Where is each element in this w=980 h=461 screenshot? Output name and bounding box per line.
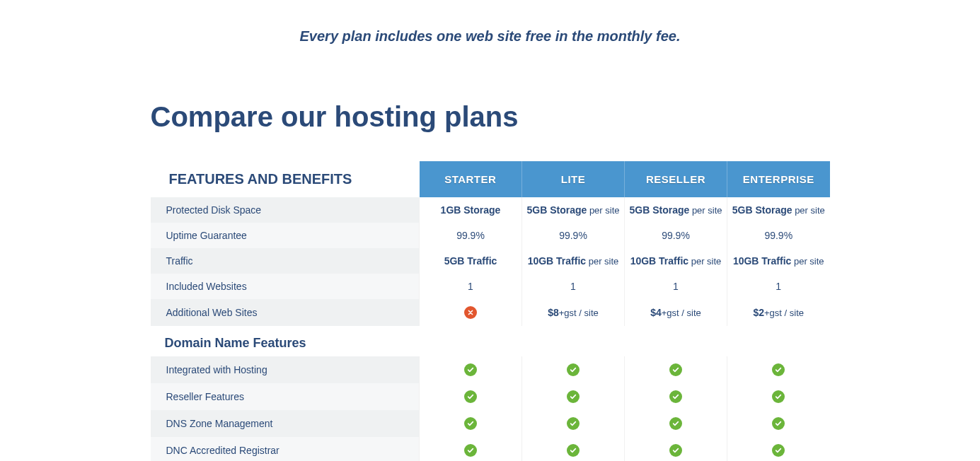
feature-value: 10GB Traffic per site bbox=[727, 248, 830, 274]
features-header: FEATURES AND BENEFITS bbox=[151, 161, 420, 197]
check-icon bbox=[464, 417, 477, 430]
check-icon bbox=[464, 363, 477, 376]
feature-label: Integrated with Hosting bbox=[151, 356, 420, 383]
feature-value: 1 bbox=[727, 274, 830, 299]
check-icon bbox=[464, 390, 477, 403]
feature-value: 5GB Storage per site bbox=[522, 197, 625, 223]
feature-label: Reseller Features bbox=[151, 383, 420, 410]
feature-value: 99.9% bbox=[522, 223, 625, 248]
table-row: DNC Accredited Registrar bbox=[151, 437, 830, 461]
feature-value: 10GB Traffic per site bbox=[625, 248, 727, 274]
feature-value bbox=[625, 383, 727, 410]
plan-header-lite: LITE bbox=[522, 161, 625, 197]
feature-value bbox=[522, 410, 625, 437]
feature-value bbox=[727, 383, 830, 410]
table-row: Integrated with Hosting bbox=[151, 356, 830, 383]
table-row: Additional Web Sites$8+gst / site$4+gst … bbox=[151, 299, 830, 326]
table-row: Uptime Guarantee99.9%99.9%99.9%99.9% bbox=[151, 223, 830, 248]
feature-value: $8+gst / site bbox=[522, 299, 625, 326]
check-icon bbox=[669, 417, 682, 430]
feature-label: Traffic bbox=[151, 248, 420, 274]
feature-value bbox=[420, 410, 522, 437]
feature-value bbox=[727, 410, 830, 437]
check-icon bbox=[772, 390, 785, 403]
feature-value bbox=[625, 437, 727, 461]
check-icon bbox=[669, 390, 682, 403]
check-icon bbox=[669, 363, 682, 376]
feature-value bbox=[420, 383, 522, 410]
page-title: Compare our hosting plans bbox=[151, 101, 830, 133]
feature-label: Included Websites bbox=[151, 274, 420, 299]
plan-header-enterprise: ENTERPRISE bbox=[727, 161, 830, 197]
section-title-domain: Domain Name Features bbox=[151, 326, 830, 356]
table-row: Protected Disk Space1GB Storage5GB Stora… bbox=[151, 197, 830, 223]
feature-value: 1 bbox=[420, 274, 522, 299]
check-icon bbox=[567, 390, 580, 403]
feature-value: 1 bbox=[625, 274, 727, 299]
check-icon bbox=[464, 444, 477, 457]
check-icon bbox=[772, 444, 785, 457]
feature-value: 1GB Storage bbox=[420, 197, 522, 223]
feature-value: 99.9% bbox=[625, 223, 727, 248]
check-icon bbox=[669, 444, 682, 457]
feature-value: 5GB Traffic bbox=[420, 248, 522, 274]
check-icon bbox=[567, 417, 580, 430]
feature-value bbox=[522, 383, 625, 410]
feature-value: 5GB Storage per site bbox=[727, 197, 830, 223]
feature-value bbox=[420, 299, 522, 326]
feature-value bbox=[727, 356, 830, 383]
feature-value: 10GB Traffic per site bbox=[522, 248, 625, 274]
feature-value bbox=[420, 437, 522, 461]
feature-value bbox=[522, 356, 625, 383]
check-icon bbox=[772, 417, 785, 430]
feature-value: 1 bbox=[522, 274, 625, 299]
feature-value bbox=[522, 437, 625, 461]
feature-value bbox=[727, 437, 830, 461]
table-row: Reseller Features bbox=[151, 383, 830, 410]
feature-value: 99.9% bbox=[727, 223, 830, 248]
check-icon bbox=[567, 363, 580, 376]
table-row: Included Websites1111 bbox=[151, 274, 830, 299]
feature-label: Uptime Guarantee bbox=[151, 223, 420, 248]
feature-label: Protected Disk Space bbox=[151, 197, 420, 223]
cross-icon bbox=[464, 306, 477, 319]
feature-value bbox=[625, 410, 727, 437]
feature-label: DNS Zone Management bbox=[151, 410, 420, 437]
check-icon bbox=[772, 363, 785, 376]
feature-value: $2+gst / site bbox=[727, 299, 830, 326]
feature-value: 99.9% bbox=[420, 223, 522, 248]
pricing-table: FEATURES AND BENEFITS STARTER LITE RESEL… bbox=[151, 161, 830, 461]
feature-label: DNC Accredited Registrar bbox=[151, 437, 420, 461]
plan-header-reseller: RESELLER bbox=[625, 161, 727, 197]
tagline: Every plan includes one web site free in… bbox=[151, 28, 830, 45]
check-icon bbox=[567, 444, 580, 457]
plan-header-starter: STARTER bbox=[420, 161, 522, 197]
feature-label: Additional Web Sites bbox=[151, 299, 420, 326]
feature-value bbox=[420, 356, 522, 383]
feature-value: $4+gst / site bbox=[625, 299, 727, 326]
table-row: Traffic5GB Traffic10GB Traffic per site1… bbox=[151, 248, 830, 274]
feature-value: 5GB Storage per site bbox=[625, 197, 727, 223]
table-row: DNS Zone Management bbox=[151, 410, 830, 437]
feature-value bbox=[625, 356, 727, 383]
